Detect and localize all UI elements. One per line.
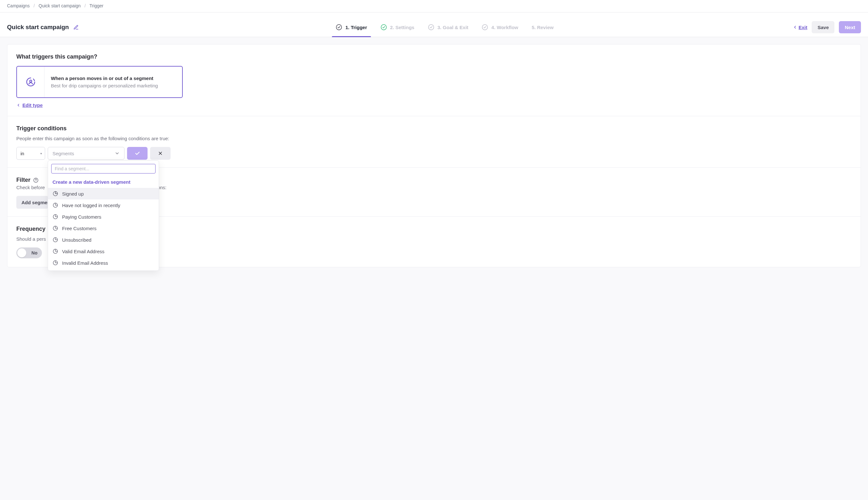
segment-icon (53, 214, 58, 219)
segments-popover: Create a new data-driven segment Signed … (48, 160, 159, 271)
breadcrumb: Campaigns / Quick start campaign / Trigg… (0, 0, 868, 12)
segment-option[interactable]: Paying Customers (48, 211, 159, 223)
svg-point-4 (30, 80, 32, 82)
segment-icon (53, 202, 58, 208)
trigger-card-subtitle: Best for drip campaigns or personalized … (51, 83, 158, 88)
section-subtitle: People enter this campaign as soon as th… (16, 136, 852, 141)
segments-placeholder: Segments (53, 151, 74, 156)
frequency-toggle[interactable]: No (16, 248, 42, 258)
check-circle-icon (336, 24, 342, 31)
close-icon (158, 151, 163, 156)
in-out-select[interactable]: in (16, 147, 45, 160)
step-review[interactable]: 5. Review (532, 18, 553, 37)
toggle-knob (17, 248, 26, 257)
segment-option[interactable]: Free Customers (48, 223, 159, 234)
breadcrumb-separator: / (34, 3, 35, 8)
trigger-type-card[interactable]: When a person moves in or out of a segme… (16, 66, 183, 98)
step-trigger[interactable]: 1. Trigger (336, 18, 367, 37)
save-button[interactable]: Save (812, 21, 834, 33)
confirm-condition-button[interactable] (127, 147, 148, 160)
svg-point-3 (482, 25, 488, 30)
step-label: 2. Settings (390, 25, 414, 30)
segment-icon (53, 225, 58, 231)
check-circle-icon (482, 24, 488, 31)
breadcrumb-item: Trigger (89, 3, 103, 8)
trigger-card-title: When a person moves in or out of a segme… (51, 76, 158, 81)
check-circle-icon (428, 24, 434, 31)
step-label: 4. Workflow (491, 25, 518, 30)
segment-option[interactable]: Invalid Email Address (48, 257, 159, 269)
section-title: Trigger conditions (16, 125, 852, 132)
segment-label: Invalid Email Address (62, 260, 108, 266)
segment-option[interactable]: Signed up (48, 188, 159, 200)
step-label: 3. Goal & Exit (437, 25, 469, 30)
svg-point-13 (35, 181, 36, 182)
trigger-type-section: What triggers this campaign? When a pers… (7, 45, 861, 116)
exit-link[interactable]: Exit (793, 25, 808, 30)
segment-icon (53, 248, 58, 254)
edit-title-icon[interactable] (73, 25, 79, 30)
segment-label: Free Customers (62, 226, 97, 231)
segment-label: Unsubscribed (62, 237, 92, 243)
segment-label: Paying Customers (62, 214, 101, 219)
breadcrumb-separator: / (84, 3, 86, 8)
segment-search-input[interactable] (51, 164, 156, 173)
breadcrumb-item[interactable]: Campaigns (7, 3, 30, 8)
step-label: 5. Review (532, 25, 553, 30)
segment-option[interactable]: Unsubscribed (48, 234, 159, 246)
trigger-conditions-section: Trigger conditions People enter this cam… (7, 116, 861, 168)
svg-point-1 (381, 25, 386, 30)
page-header: Quick start campaign 1. Trigger 2. Setti… (0, 12, 868, 37)
segment-icon (53, 237, 58, 243)
stepper: 1. Trigger 2. Settings 3. Goal & Exit 4.… (97, 18, 793, 37)
chevron-down-icon (115, 151, 120, 156)
person-segment-icon (26, 77, 35, 87)
step-workflow[interactable]: 4. Workflow (482, 18, 518, 37)
step-goal-exit[interactable]: 3. Goal & Exit (428, 18, 469, 37)
step-settings[interactable]: 2. Settings (380, 18, 414, 37)
segment-option[interactable]: Have not logged in recently (48, 200, 159, 211)
segments-dropdown[interactable]: Segments (48, 147, 125, 160)
campaign-title: Quick start campaign (7, 24, 69, 31)
create-segment-link[interactable]: Create a new data-driven segment (48, 176, 159, 188)
section-title: Filter (16, 177, 31, 183)
help-icon[interactable] (33, 177, 39, 183)
segment-label: Valid Email Address (62, 249, 104, 254)
segment-option[interactable]: Valid Email Address (48, 246, 159, 257)
toggle-label: No (31, 250, 37, 255)
breadcrumb-item[interactable]: Quick start campaign (39, 3, 81, 8)
svg-point-2 (428, 25, 434, 30)
segment-icon (53, 260, 58, 266)
segment-label: Signed up (62, 191, 84, 196)
check-icon (135, 150, 140, 156)
add-segment-condition-button[interactable]: Add segment condition (16, 196, 48, 209)
next-button[interactable]: Next (839, 21, 861, 33)
svg-point-0 (336, 25, 342, 30)
chevron-left-icon (16, 103, 21, 107)
segment-label: Have not logged in recently (62, 203, 120, 208)
cancel-condition-button[interactable] (150, 147, 171, 160)
section-title: What triggers this campaign? (16, 54, 852, 60)
chevron-left-icon (793, 25, 797, 30)
step-label: 1. Trigger (345, 25, 367, 30)
edit-type-link[interactable]: Edit type (16, 102, 43, 108)
check-circle-icon (380, 24, 387, 31)
segment-icon (53, 191, 58, 196)
